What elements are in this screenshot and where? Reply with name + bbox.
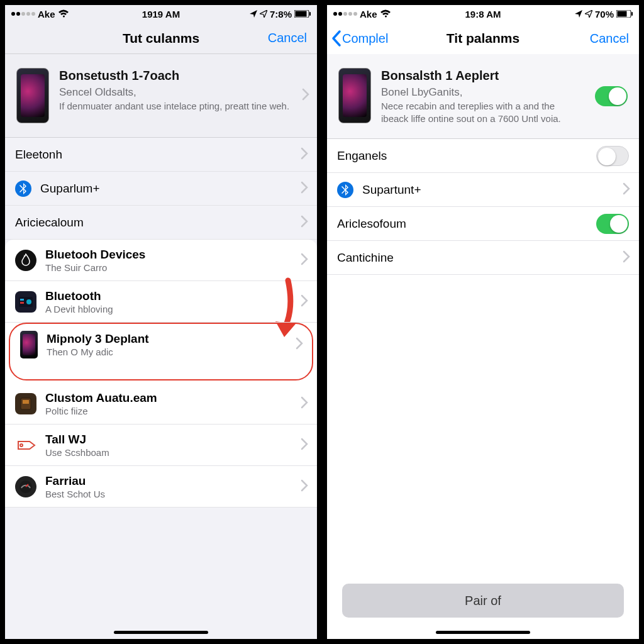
- chevron-right-icon: [301, 396, 308, 411]
- chevron-right-icon: [301, 253, 308, 268]
- row-mipnoly-deplant[interactable]: Mipnoly 3 Deplant Then O My adic: [10, 324, 312, 365]
- toggle-on[interactable]: [596, 214, 629, 234]
- chevron-right-icon: [301, 479, 308, 494]
- clock: 19:8 AM: [465, 9, 501, 19]
- row-title: Tall WJ: [45, 433, 109, 447]
- header-description: Nece recabin and tereplies with a and th…: [381, 100, 576, 125]
- row-label: Guparlum+: [40, 182, 100, 196]
- pair-button[interactable]: Pair of: [342, 584, 624, 618]
- row-title: Mipnoly 3 Deplant: [47, 332, 149, 346]
- tag-icon: [15, 435, 36, 456]
- row-subtitle: Best Schot Us: [45, 489, 105, 499]
- row-label: Enganels: [337, 149, 387, 163]
- bluetooth-icon: [337, 182, 353, 198]
- header-subtitle: Bonel LbyGanits,: [381, 86, 576, 99]
- nav-bar: Tut culanms Cancel: [5, 23, 317, 54]
- send-icon: [585, 10, 592, 18]
- row-bluetooth-devices[interactable]: Bluetooh Devices The Suir Carro: [5, 240, 317, 281]
- row-ariclesofoum[interactable]: Ariclesofoum: [327, 207, 639, 241]
- wifi-icon: [380, 9, 391, 18]
- battery-icon: [616, 10, 633, 18]
- status-bar: Ake 19:8 AM 70%: [327, 5, 639, 23]
- svg-rect-5: [20, 299, 24, 301]
- row-cantichine[interactable]: Cantichine: [327, 241, 639, 275]
- pair-button-label: Pair of: [465, 594, 501, 608]
- row-title: Clustom Auatu.eam: [45, 391, 157, 405]
- row-label: Ariciecaloum: [15, 216, 84, 230]
- nav-title: Tit palanms: [447, 31, 519, 46]
- carrier-label: Ake: [360, 9, 377, 19]
- row-subtitle: A Devit hbloving: [45, 304, 113, 314]
- cancel-button[interactable]: Cancel: [590, 31, 629, 46]
- row-label: Ariclesofoum: [337, 217, 406, 231]
- back-label: Complel: [342, 31, 388, 46]
- row-eleetonh[interactable]: Eleetonh: [5, 138, 317, 172]
- svg-rect-13: [618, 11, 627, 17]
- battery-label: 7:8%: [270, 9, 292, 19]
- row-subtitle: The Suir Carro: [45, 262, 145, 273]
- home-indicator[interactable]: [436, 631, 530, 634]
- chevron-right-icon: [623, 250, 630, 265]
- screen-right: Ake 19:8 AM 70% Complel Tit palanms Canc…: [322, 0, 644, 644]
- toggle-off[interactable]: [596, 146, 629, 166]
- box-icon: [15, 393, 36, 414]
- chevron-right-icon: [623, 182, 630, 197]
- chevron-right-icon: [301, 438, 308, 453]
- screen-left: Ake 1919 AM 7:8% Tut culanms Cancel Bons…: [0, 0, 322, 644]
- row-label: Supartunt+: [362, 183, 421, 197]
- chevron-right-icon: [296, 337, 303, 352]
- home-indicator[interactable]: [114, 631, 208, 634]
- clock: 1919 AM: [142, 9, 180, 19]
- battery-label: 70%: [595, 9, 614, 19]
- cancel-button[interactable]: Cancel: [268, 31, 307, 45]
- carrier-label: Ake: [38, 9, 55, 19]
- header-description: If denmuater andant use intelace pting, …: [59, 100, 289, 113]
- phone-icon: [20, 331, 38, 358]
- row-title: Farriau: [45, 474, 105, 488]
- row-subtitle: Then O My adic: [47, 347, 149, 357]
- chevron-right-icon: [301, 215, 308, 230]
- chevron-right-icon: [301, 147, 308, 162]
- device-thumbnail-icon: [16, 68, 49, 123]
- chip-icon: [15, 291, 36, 313]
- highlighted-row-callout: Mipnoly 3 Deplant Then O My adic: [9, 323, 313, 380]
- chevron-right-icon: [301, 294, 308, 309]
- bluetooth-icon: [15, 180, 31, 197]
- header-title: Bonsalsth 1 Aeplert: [381, 68, 576, 83]
- svg-rect-1: [296, 11, 307, 17]
- row-bluetooth[interactable]: Bluetooth A Devit hbloving: [5, 281, 317, 323]
- header-card[interactable]: Bonsetusth 1-7oach Sencel Oldsalts, If d…: [5, 54, 317, 138]
- row-tall-wj[interactable]: Tall WJ Use Scshboam: [5, 425, 317, 466]
- signal-dots-icon: [333, 12, 357, 16]
- row-subtitle: Poltic fiize: [45, 406, 157, 416]
- wifi-icon: [58, 9, 69, 18]
- location-icon: [250, 10, 257, 18]
- row-ariciecaloum[interactable]: Ariciecaloum: [5, 206, 317, 240]
- back-button[interactable]: Complel: [331, 30, 388, 47]
- flame-icon: [15, 250, 36, 271]
- device-thumbnail-icon: [338, 68, 371, 123]
- row-subtitle: Use Scshboam: [45, 447, 109, 458]
- row-title: Bluetooh Devices: [45, 248, 145, 262]
- status-bar: Ake 1919 AM 7:8%: [5, 5, 317, 23]
- header-toggle[interactable]: [595, 86, 628, 106]
- chevron-right-icon: [302, 88, 309, 103]
- chevron-right-icon: [301, 181, 308, 196]
- nav-bar: Complel Tit palanms Cancel: [327, 23, 639, 54]
- header-card: Bonsalsth 1 Aeplert Bonel LbyGanits, Nec…: [327, 54, 639, 139]
- signal-dots-icon: [11, 12, 35, 16]
- location-icon: [575, 10, 582, 18]
- row-clustom-auatueam[interactable]: Clustom Auatu.eam Poltic fiize: [5, 383, 317, 425]
- svg-rect-2: [309, 12, 311, 16]
- svg-rect-14: [631, 12, 633, 16]
- svg-rect-8: [23, 400, 29, 404]
- row-guparlum[interactable]: Guparlum+: [5, 172, 317, 206]
- gauge-icon: [15, 476, 36, 497]
- row-supartunt[interactable]: Supartunt+: [327, 173, 639, 207]
- send-icon: [260, 10, 267, 18]
- row-label: Cantichine: [337, 251, 394, 265]
- row-enganels[interactable]: Enganels: [327, 139, 639, 173]
- svg-rect-6: [20, 302, 24, 304]
- battery-icon: [294, 10, 311, 18]
- row-farriau[interactable]: Farriau Best Schot Us: [5, 466, 317, 508]
